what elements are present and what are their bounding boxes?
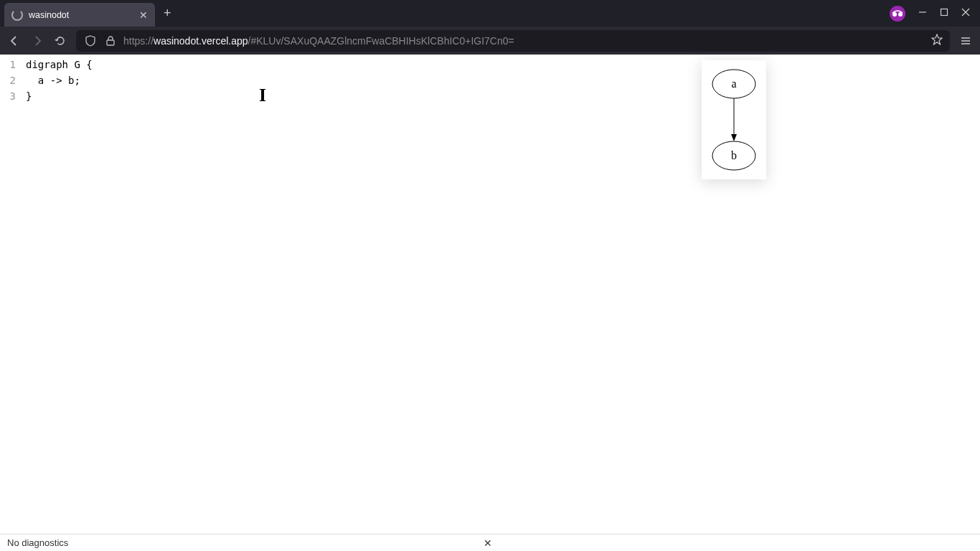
bookmark-icon[interactable] bbox=[931, 34, 943, 48]
svg-rect-6 bbox=[107, 40, 114, 45]
diagnostics-message: No diagnostics bbox=[7, 537, 68, 548]
diagnostics-bar: No diagnostics ✕ bbox=[0, 534, 980, 551]
close-window-icon[interactable] bbox=[961, 8, 970, 19]
forward-button[interactable] bbox=[30, 34, 44, 48]
code-line: } bbox=[26, 88, 490, 104]
url-path: /#KLUv/SAXuQAAZGlncmFwaCBHIHsKlCBhIC0+IG… bbox=[248, 35, 514, 47]
line-gutter: 1 2 3 bbox=[0, 55, 22, 551]
arrowhead-icon bbox=[731, 134, 737, 141]
incognito-icon bbox=[890, 6, 905, 22]
back-button[interactable] bbox=[7, 34, 22, 48]
code-line: digraph G { bbox=[26, 57, 490, 72]
graph-node-label: a bbox=[731, 77, 736, 90]
diagnostics-close-icon[interactable]: ✕ bbox=[484, 537, 492, 549]
window-controls bbox=[890, 6, 980, 22]
maximize-window-icon[interactable] bbox=[940, 8, 948, 19]
code-line: a -> b; bbox=[26, 72, 490, 88]
hamburger-menu-icon[interactable] bbox=[958, 34, 973, 48]
url-protocol: https:// bbox=[123, 35, 154, 47]
new-tab-button[interactable]: + bbox=[155, 6, 180, 21]
lock-icon bbox=[103, 34, 118, 48]
reload-button[interactable] bbox=[53, 34, 67, 48]
minimize-window-icon[interactable] bbox=[918, 8, 927, 19]
line-number: 3 bbox=[0, 88, 16, 104]
url-text: https://wasinodot.vercel.app/#KLUv/SAXuQ… bbox=[123, 35, 925, 47]
shield-icon bbox=[83, 34, 98, 48]
code-area[interactable]: digraph G { a -> b; } I bbox=[22, 55, 490, 551]
nav-bar: https://wasinodot.vercel.app/#KLUv/SAXuQ… bbox=[0, 27, 980, 55]
close-tab-icon[interactable]: ✕ bbox=[139, 9, 148, 21]
browser-tab[interactable]: wasinodot ✕ bbox=[4, 3, 155, 27]
graph-node-label: b bbox=[731, 149, 737, 161]
line-number: 2 bbox=[0, 72, 16, 88]
url-bar[interactable]: https://wasinodot.vercel.app/#KLUv/SAXuQ… bbox=[76, 30, 950, 52]
tab-bar: wasinodot ✕ + bbox=[0, 0, 980, 27]
loading-favicon-icon bbox=[11, 9, 23, 21]
page-content: 1 2 3 digraph G { a -> b; } I a b No dia… bbox=[0, 55, 980, 551]
svg-rect-3 bbox=[941, 9, 948, 16]
line-number: 1 bbox=[0, 57, 16, 72]
tab-title: wasinodot bbox=[29, 10, 133, 20]
code-editor[interactable]: 1 2 3 digraph G { a -> b; } I bbox=[0, 55, 490, 551]
browser-chrome: wasinodot ✕ + bbox=[0, 0, 980, 55]
graph-output: a b bbox=[702, 60, 766, 179]
graph-svg: a b bbox=[705, 66, 763, 174]
url-domain: wasinodot.vercel.app bbox=[154, 35, 248, 47]
